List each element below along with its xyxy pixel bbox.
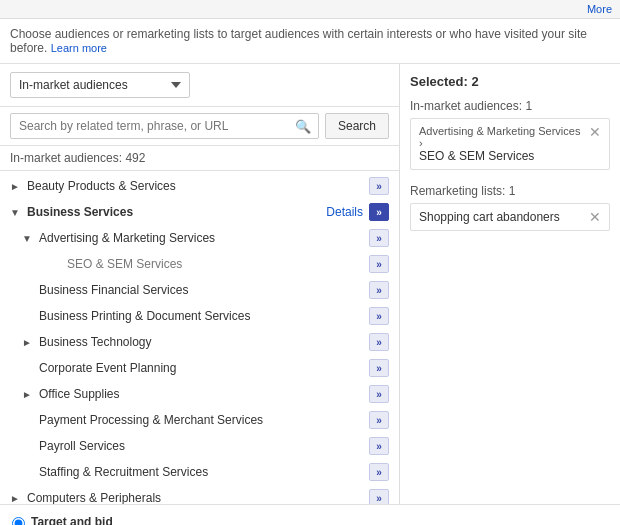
selected-header: Selected: 2 [410, 74, 610, 89]
tree-item-fin[interactable]: Business Financial Services » [0, 277, 399, 303]
in-market-breadcrumb: Advertising & Marketing Services › [419, 125, 583, 149]
expand-icon-biz-tech: ► [22, 337, 36, 348]
audience-type-dropdown[interactable]: In-market audiences Remarketing lists Si… [10, 72, 190, 98]
learn-more-link[interactable]: Learn more [51, 42, 107, 54]
in-market-item-text: Advertising & Marketing Services › SEO &… [419, 125, 583, 163]
tree-item-staffing[interactable]: Staffing & Recruitment Services » [0, 459, 399, 485]
expand-icon-beauty: ► [10, 181, 24, 192]
remove-remarketing-button[interactable]: ✕ [583, 210, 601, 224]
target-bid-option: Target and bid Show ads only to people a… [12, 515, 608, 525]
more-link[interactable]: More [587, 3, 612, 15]
add-button-adv[interactable]: » [369, 229, 389, 247]
tree-item-office[interactable]: ► Office Supplies » [0, 381, 399, 407]
tree-item-computers[interactable]: ► Computers & Peripherals » [0, 485, 399, 504]
tree-item-label-staffing: Staffing & Recruitment Services [39, 465, 369, 479]
in-market-section-title: In-market audiences: 1 [410, 99, 610, 113]
tree-item-label-business: Business Services [27, 205, 326, 219]
target-bid-radio[interactable] [12, 517, 25, 525]
tree-item-label-seo: SEO & SEM Services [67, 257, 369, 271]
description-bar: Choose audiences or remarketing lists to… [0, 19, 620, 64]
tree-item-beauty[interactable]: ► Beauty Products & Services » [0, 173, 399, 199]
add-button-computers[interactable]: » [369, 489, 389, 504]
tree-item-label-adv: Advertising & Marketing Services [39, 231, 369, 245]
expand-icon-business: ▼ [10, 207, 24, 218]
remarketing-item-card: Shopping cart abandoners ✕ [410, 203, 610, 231]
top-bar: More [0, 0, 620, 19]
add-button-business[interactable]: » [369, 203, 389, 221]
expand-icon-office: ► [22, 389, 36, 400]
search-row: 🔍 Search [0, 107, 399, 146]
tree-item-payroll[interactable]: Payroll Services » [0, 433, 399, 459]
tree-item-adv-marketing[interactable]: ▼ Advertising & Marketing Services » [0, 225, 399, 251]
add-button-biz-tech[interactable]: » [369, 333, 389, 351]
search-input-wrap: 🔍 [10, 113, 319, 139]
right-panel: Selected: 2 In-market audiences: 1 Adver… [400, 64, 620, 504]
in-market-item-name: SEO & SEM Services [419, 149, 583, 163]
target-bid-title: Target and bid [31, 515, 521, 525]
add-button-payroll[interactable]: » [369, 437, 389, 455]
remarketing-section: Remarketing lists: 1 Shopping cart aband… [410, 184, 610, 235]
main-layout: In-market audiences Remarketing lists Si… [0, 64, 620, 504]
tree-item-label-payment: Payment Processing & Merchant Services [39, 413, 369, 427]
tree-item-printing[interactable]: Business Printing & Document Services » [0, 303, 399, 329]
tree-item-label-office: Office Supplies [39, 387, 369, 401]
details-link-business[interactable]: Details [326, 205, 363, 219]
tree-item-label-beauty: Beauty Products & Services [27, 179, 369, 193]
tree-item-label-biz-tech: Business Technology [39, 335, 369, 349]
in-market-item-card: Advertising & Marketing Services › SEO &… [410, 118, 610, 170]
tree-item-business[interactable]: ▼ Business Services Details » [0, 199, 399, 225]
in-market-section: In-market audiences: 1 Advertising & Mar… [410, 99, 610, 174]
target-bid-label[interactable]: Target and bid Show ads only to people a… [12, 515, 608, 525]
tree-item-corp-event[interactable]: Corporate Event Planning » [0, 355, 399, 381]
add-button-office[interactable]: » [369, 385, 389, 403]
dropdown-row: In-market audiences Remarketing lists Si… [0, 64, 399, 107]
expand-icon-computers: ► [10, 493, 24, 504]
add-button-fin[interactable]: » [369, 281, 389, 299]
tree-item-seo[interactable]: SEO & SEM Services » [0, 251, 399, 277]
tree-item-biz-tech[interactable]: ► Business Technology » [0, 329, 399, 355]
tree-item-label-computers: Computers & Peripherals [27, 491, 369, 504]
left-panel: In-market audiences Remarketing lists Si… [0, 64, 400, 504]
add-button-printing[interactable]: » [369, 307, 389, 325]
tree-item-label-fin: Business Financial Services [39, 283, 369, 297]
tree-item-label-corp: Corporate Event Planning [39, 361, 369, 375]
remarketing-item-text: Shopping cart abandoners [419, 210, 560, 224]
expand-icon-adv: ▼ [22, 233, 36, 244]
remarketing-section-title: Remarketing lists: 1 [410, 184, 610, 198]
target-bid-content: Target and bid Show ads only to people a… [31, 515, 521, 525]
add-button-payment[interactable]: » [369, 411, 389, 429]
remarketing-item-name: Shopping cart abandoners [419, 210, 560, 224]
tree-item-payment[interactable]: Payment Processing & Merchant Services » [0, 407, 399, 433]
search-icon: 🔍 [295, 119, 311, 134]
bottom-section: Target and bid Show ads only to people a… [0, 504, 620, 525]
add-button-corp[interactable]: » [369, 359, 389, 377]
search-button[interactable]: Search [325, 113, 389, 139]
tree-item-label-payroll: Payroll Services [39, 439, 369, 453]
count-label: In-market audiences: 492 [0, 146, 399, 171]
tree-item-label-printing: Business Printing & Document Services [39, 309, 369, 323]
search-input[interactable] [10, 113, 319, 139]
add-button-beauty[interactable]: » [369, 177, 389, 195]
tree-list: ► Beauty Products & Services » ▼ Busines… [0, 171, 399, 504]
remove-in-market-button[interactable]: ✕ [583, 125, 601, 139]
add-button-seo[interactable]: » [369, 255, 389, 273]
add-button-staffing[interactable]: » [369, 463, 389, 481]
